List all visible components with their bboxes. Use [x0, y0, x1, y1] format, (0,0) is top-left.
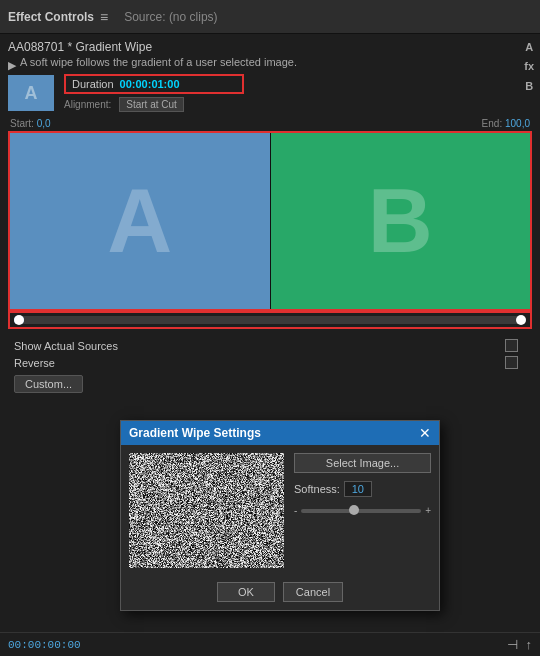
duration-label: Duration: [72, 78, 114, 90]
softness-label: Softness:: [294, 483, 340, 495]
custom-btn-row: Custom...: [12, 373, 528, 395]
tab-menu-icon[interactable]: ≡: [100, 9, 108, 25]
main-content: AA088701 * Gradient Wipe ▶ A soft wipe f…: [0, 34, 540, 399]
duration-field[interactable]: Duration 00:00:01:00: [64, 74, 244, 94]
alignment-button[interactable]: Start at Cut: [119, 97, 184, 112]
reverse-checkbox[interactable]: [505, 356, 518, 369]
softness-slider[interactable]: [301, 509, 421, 513]
right-icons-panel: A fx B: [524, 40, 534, 94]
noise-preview: [129, 453, 284, 568]
top-bar: Effect Controls ≡ Source: (no clips): [0, 0, 540, 34]
step-back-icon[interactable]: ⊣: [507, 637, 518, 652]
clip-description: A soft wipe follows the gradient of a us…: [20, 56, 297, 68]
softness-row: Softness:: [294, 481, 431, 497]
show-actual-sources-checkbox[interactable]: [505, 339, 518, 352]
thumbnail-letter: A: [25, 83, 38, 104]
softness-slider-row: - +: [294, 505, 431, 516]
scrubber-thumb-left[interactable]: [14, 315, 24, 325]
alignment-row: Alignment: Start at Cut: [64, 97, 532, 112]
slider-thumb[interactable]: [349, 505, 359, 515]
slider-min-label: -: [294, 505, 297, 516]
reverse-row: Reverse: [12, 356, 528, 369]
duration-row: A Duration 00:00:01:00 Alignment: Start …: [8, 74, 532, 112]
start-label: Start: 0,0: [10, 118, 51, 129]
bottom-icons: ⊣ ↑: [507, 637, 533, 652]
preview-b-letter: B: [368, 170, 433, 273]
modal-body: Select Image... Softness: - +: [121, 445, 439, 576]
custom-button[interactable]: Custom...: [14, 375, 83, 393]
play-icon[interactable]: ▶: [8, 59, 16, 72]
preview-b-panel: B: [271, 133, 531, 309]
cancel-button[interactable]: Cancel: [283, 582, 343, 602]
duration-value: 00:00:01:00: [120, 78, 180, 90]
source-label: Source: (no clips): [124, 10, 217, 24]
scrubber-thumb-right[interactable]: [516, 315, 526, 325]
modal-title-bar: Gradient Wipe Settings ✕: [121, 421, 439, 445]
preview-container: A B: [8, 131, 532, 311]
end-value: 100,0: [505, 118, 530, 129]
modal-footer: OK Cancel: [121, 576, 439, 610]
controls-section: Show Actual Sources Reverse Custom...: [8, 335, 532, 399]
clip-thumbnail: A: [8, 75, 54, 111]
slider-max-label: +: [425, 505, 431, 516]
show-actual-sources-row: Show Actual Sources: [12, 339, 528, 352]
reverse-label: Reverse: [14, 357, 55, 369]
show-actual-sources-label: Show Actual Sources: [14, 340, 118, 352]
modal-title: Gradient Wipe Settings: [129, 426, 261, 440]
noise-canvas: [129, 453, 284, 568]
start-value: 0,0: [37, 118, 51, 129]
effect-controls-tab[interactable]: Effect Controls: [8, 10, 94, 24]
select-image-button[interactable]: Select Image...: [294, 453, 431, 473]
gradient-wipe-settings-dialog: Gradient Wipe Settings ✕ Select Image...…: [120, 420, 440, 611]
fx-icon[interactable]: fx: [524, 59, 534, 74]
end-label: End: 100,0: [482, 118, 530, 129]
preview-a-panel: A: [10, 133, 271, 309]
clip-title: AA088701 * Gradient Wipe: [8, 40, 532, 54]
b-icon[interactable]: B: [525, 79, 533, 94]
start-end-row: Start: 0,0 End: 100,0: [8, 116, 532, 131]
softness-input[interactable]: [344, 481, 372, 497]
alignment-label: Alignment:: [64, 99, 111, 110]
preview-a-letter: A: [107, 170, 172, 273]
modal-close-button[interactable]: ✕: [419, 426, 431, 440]
scrubber-container[interactable]: [8, 311, 532, 329]
modal-controls: Select Image... Softness: - +: [294, 453, 431, 568]
scrubber-track[interactable]: [14, 316, 526, 324]
bottom-bar: 00:00:00:00 ⊣ ↑: [0, 632, 540, 656]
duration-section: Duration 00:00:01:00 Alignment: Start at…: [64, 74, 532, 112]
timecode: 00:00:00:00: [8, 639, 81, 651]
export-icon[interactable]: ↑: [526, 637, 533, 652]
ok-button[interactable]: OK: [217, 582, 275, 602]
a-icon[interactable]: A: [525, 40, 533, 55]
